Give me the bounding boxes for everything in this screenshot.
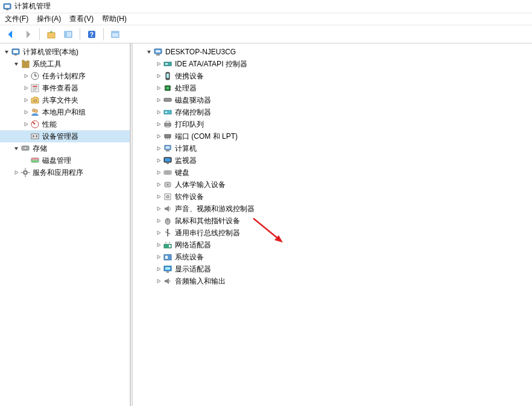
right-devcat-8[interactable]: 监视器 [133,154,532,167]
menu-action[interactable]: 操作(A) [37,14,61,24]
right-devcat-5[interactable]: 打印队列 [133,118,532,130]
right-devcat-2[interactable]: 处理器 [133,82,532,94]
expander-icon[interactable] [22,84,30,92]
tree-node-label: 系统工具 [33,59,62,69]
menu-file[interactable]: 文件(F) [5,14,28,24]
print-queue-icon [163,119,173,129]
expander-icon[interactable] [22,72,30,80]
svg-text:?: ? [90,31,93,38]
back-button[interactable] [4,27,18,42]
expander-icon[interactable] [22,96,30,104]
right-devcat-1[interactable]: 便携设备 [133,70,532,82]
tree-node-label: IDE ATA/ATAPI 控制器 [175,59,247,69]
portable-device-icon [163,71,173,81]
processor-icon [163,83,173,93]
forward-button[interactable] [21,27,35,42]
expander-icon[interactable] [154,96,163,104]
left-system-tools[interactable]: 系统工具 [0,58,130,70]
expander-icon[interactable] [154,156,163,165]
expander-icon[interactable] [154,60,163,68]
help-button[interactable]: ? [84,27,99,42]
left-systools-child-2[interactable]: 共享文件夹 [0,94,130,106]
right-devcat-6[interactable]: 端口 (COM 和 LPT) [133,130,532,142]
expander-icon[interactable] [154,192,163,201]
tree-node-label: 本地用户和组 [42,107,86,118]
show-console-tree-button[interactable] [61,27,75,42]
tree-node-label: 鼠标和其他指针设备 [175,216,240,226]
tree-node-label: 共享文件夹 [42,95,78,106]
right-devcat-16[interactable]: 系统设备 [133,251,532,263]
performance-icon [30,119,40,129]
expander-icon[interactable] [145,48,153,56]
right-devcat-4[interactable]: 存储控制器 [133,106,532,118]
keyboard-icon [163,168,173,177]
expander-icon[interactable] [154,168,163,177]
expander-icon[interactable] [154,217,163,225]
left-root[interactable]: 计算机管理(本地) [0,46,130,58]
left-storage-child-0[interactable]: 磁盘管理 [0,154,130,167]
ide-controller-icon [163,59,173,69]
tree-node-label: 软件设备 [175,192,204,202]
expander-icon[interactable] [12,60,21,68]
left-services[interactable]: 服务和应用程序 [0,167,130,179]
right-devcat-10[interactable]: 人体学输入设备 [133,179,532,191]
toolbar: ? [0,25,532,43]
expander-icon[interactable] [12,168,21,177]
menu-view[interactable]: 查看(V) [69,14,93,24]
expander-icon[interactable] [154,84,163,92]
expander-icon[interactable] [154,277,163,285]
left-systools-child-3[interactable]: 本地用户和组 [0,106,130,118]
expander-icon[interactable] [154,144,163,153]
left-systools-child-0[interactable]: 任务计划程序 [0,70,130,82]
right-devcat-14[interactable]: 通用串行总线控制器 [133,227,532,239]
expander-icon[interactable] [154,253,163,261]
toolbar-separator [80,28,80,40]
right-devcat-18[interactable]: 音频输入和输出 [133,275,532,287]
right-devcat-0[interactable]: IDE ATA/ATAPI 控制器 [133,58,532,70]
tree-node-label: 存储控制器 [175,107,211,118]
expander-icon[interactable] [154,108,163,116]
event-viewer-icon [30,83,40,93]
menu-help[interactable]: 帮助(H) [102,14,127,24]
expander-icon[interactable] [22,120,30,128]
up-level-button[interactable] [44,27,59,42]
software-device-icon [163,192,173,201]
left-storage[interactable]: 存储 [0,142,130,154]
tree-node-label: 设备管理器 [42,132,78,142]
expander-icon[interactable] [12,144,21,153]
expander-icon[interactable] [154,72,163,80]
expander-icon[interactable] [154,241,163,249]
hid-icon [163,180,173,189]
right-devcat-15[interactable]: 网络适配器 [133,239,532,251]
tree-node-label: 性能 [42,119,57,130]
right-devcat-17[interactable]: 显示适配器 [133,263,532,275]
left-systools-child-4[interactable]: 性能 [0,118,130,130]
right-devcat-7[interactable]: 计算机 [133,142,532,154]
usb-icon [163,228,173,238]
expander-icon[interactable] [154,265,163,273]
menu-bar: 文件(F) 操作(A) 查看(V) 帮助(H) [0,13,532,25]
properties-button[interactable] [108,27,122,42]
expander-icon[interactable] [2,48,11,56]
right-devcat-9[interactable]: 键盘 [133,167,532,179]
expander-icon[interactable] [22,108,30,116]
expander-icon[interactable] [154,180,163,189]
right-devcat-12[interactable]: 声音、视频和游戏控制器 [133,203,532,215]
expander-icon[interactable] [154,205,163,213]
expander-icon[interactable] [154,120,163,128]
system-tools-icon [21,59,30,69]
left-systools-child-1[interactable]: 事件查看器 [0,82,130,94]
right-devcat-3[interactable]: 磁盘驱动器 [133,94,532,106]
tree-node-label: 显示适配器 [175,264,211,274]
system-device-icon [163,252,173,262]
right-root[interactable]: DESKTOP-NJEU3CG [133,46,532,58]
tree-node-label: 监视器 [175,156,197,166]
right-devcat-13[interactable]: 鼠标和其他指针设备 [133,215,532,227]
window-title: 计算机管理 [14,1,51,11]
left-systools-child-5[interactable]: 设备管理器 [0,130,130,142]
disk-drive-icon [163,95,173,105]
expander-icon[interactable] [154,229,163,237]
disk-mgmt-icon [30,156,40,165]
expander-icon[interactable] [154,132,163,141]
right-devcat-11[interactable]: 软件设备 [133,191,532,203]
